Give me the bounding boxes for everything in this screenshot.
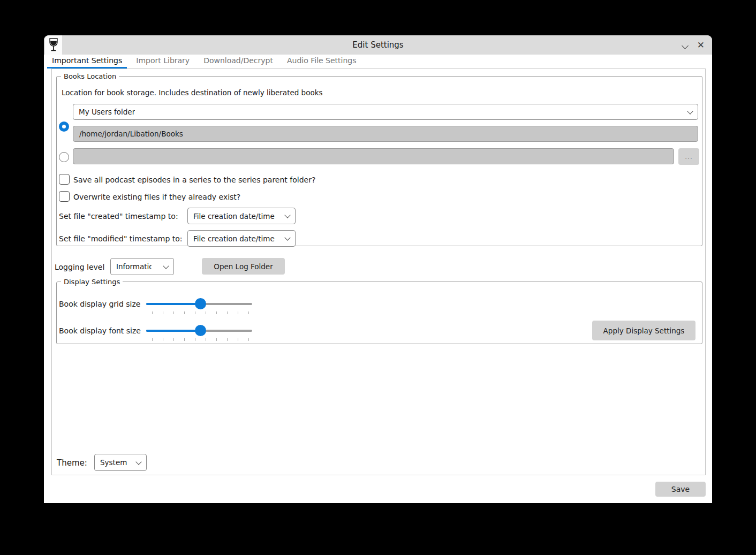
browse-folder-button[interactable]: ... [678, 148, 699, 165]
created-timestamp-select[interactable]: File creation date/time [187, 208, 296, 224]
apply-display-settings-button[interactable]: Apply Display Settings [592, 321, 695, 340]
slider-fill [146, 303, 200, 305]
books-location-radio-template[interactable] [59, 121, 69, 132]
books-location-radio-custom[interactable] [59, 152, 69, 162]
slider-fill [146, 330, 200, 332]
created-timestamp-value: File creation date/time [193, 212, 275, 221]
save-button[interactable]: Save [655, 482, 706, 497]
template-select-value: My Users folder [79, 108, 135, 116]
chevron-down-icon [135, 459, 141, 465]
font-size-label: Book display font size [59, 326, 141, 335]
slider-thumb[interactable] [195, 298, 206, 309]
grid-size-label: Book display grid size [59, 300, 140, 308]
chevron-down-icon [687, 108, 693, 114]
chevron-down-icon [682, 42, 689, 49]
grid-size-slider[interactable] [146, 298, 252, 310]
close-window-button[interactable]: ✕ [697, 35, 705, 55]
books-location-legend: Books Location [61, 72, 119, 80]
edit-settings-window: Edit Settings ✕ Important Settings Impor… [44, 35, 712, 503]
custom-path-field [73, 148, 674, 164]
chevron-down-icon [284, 234, 290, 240]
chevron-down-icon [163, 263, 169, 269]
tab-download-decrypt[interactable]: Download/Decrypt [199, 55, 278, 69]
grid-size-ticks [152, 311, 249, 314]
modified-timestamp-label: Set file "modified" timestamp to: [59, 234, 183, 243]
modified-timestamp-value: File creation date/time [193, 234, 275, 243]
open-log-folder-button[interactable]: Open Log Folder [202, 258, 285, 275]
logging-level-value: Information [116, 262, 152, 271]
logging-level-label: Logging level [55, 263, 104, 271]
tab-important-settings[interactable]: Important Settings [47, 55, 127, 69]
chevron-down-icon [284, 212, 290, 218]
font-size-slider[interactable] [146, 325, 252, 337]
podcast-series-label: Save all podcast episodes in a series to… [73, 176, 315, 184]
display-settings-legend: Display Settings [61, 278, 123, 286]
podcast-series-checkbox[interactable] [59, 174, 70, 185]
slider-thumb[interactable] [195, 325, 206, 336]
overwrite-files-checkbox[interactable] [59, 191, 70, 202]
books-location-template-select[interactable]: My Users folder [73, 104, 698, 120]
overwrite-files-label: Overwrite existing files if they already… [73, 193, 240, 201]
tab-audio-file-settings[interactable]: Audio File Settings [282, 55, 361, 69]
books-location-description: Location for book storage. Includes dest… [62, 88, 323, 97]
theme-value: System [100, 458, 127, 467]
important-settings-page: Books Location Location for book storage… [51, 69, 706, 475]
created-timestamp-label: Set file "created" timestamp to: [59, 212, 178, 221]
modified-timestamp-select[interactable]: File creation date/time [187, 230, 296, 247]
window-title: Edit Settings [44, 35, 712, 55]
books-location-path-field: /home/jordan/Libation/Books [73, 126, 698, 142]
theme-select[interactable]: System [94, 454, 147, 471]
font-size-ticks [152, 338, 249, 341]
logging-level-select[interactable]: Information [110, 258, 174, 275]
title-bar: Edit Settings ✕ [44, 35, 712, 55]
tab-import-library[interactable]: Import Library [131, 55, 194, 69]
theme-label: Theme: [57, 458, 87, 468]
settings-tabstrip: Important Settings Import Library Downlo… [44, 55, 712, 69]
shade-window-button[interactable] [683, 40, 687, 50]
